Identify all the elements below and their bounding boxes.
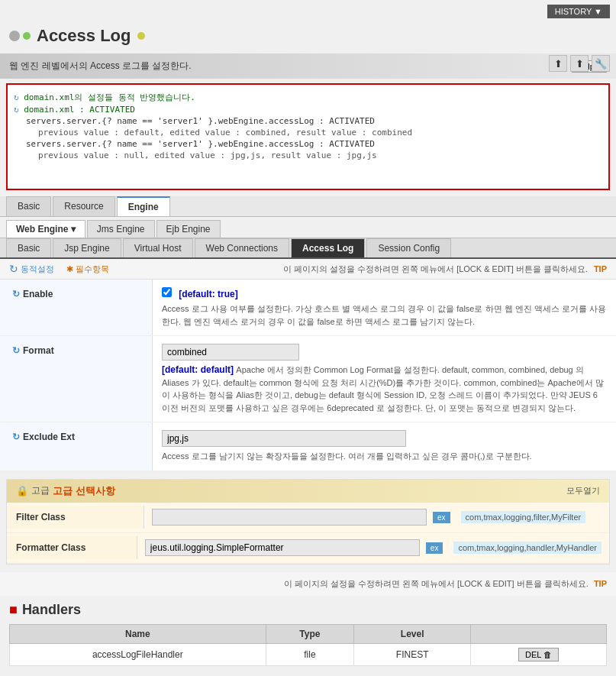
page-tab-webconn[interactable]: Web Connections	[195, 238, 290, 257]
header-dot-green	[23, 32, 31, 40]
formatter-class-input[interactable]	[145, 539, 420, 556]
format-dynamic-icon: ↻	[12, 345, 20, 356]
page-tab-basic[interactable]: Basic	[6, 238, 51, 257]
history-button[interactable]: HISTORY ▼	[547, 5, 610, 18]
page-tab-jsp[interactable]: Jsp Engine	[53, 238, 121, 257]
table-row: accessLogFileHandler file FINEST DEL 🗑	[10, 643, 607, 665]
row-name: accessLogFileHandler	[10, 643, 266, 665]
enable-checkbox[interactable]	[162, 287, 172, 297]
engine-tab-web[interactable]: Web Engine ▾	[6, 220, 85, 238]
toolbar-icon-2[interactable]: ⬆	[570, 55, 589, 72]
header-dot-yellow	[137, 32, 145, 40]
page-title: Access Log	[37, 26, 131, 46]
toolbar-icon-3[interactable]: 🔧	[592, 55, 610, 72]
bottom-tip-text: 이 페이지의 설정을 수정하려면 왼쪽 메뉴에서 [LOCK & EDIT] 버…	[284, 579, 589, 588]
excludeext-input[interactable]	[162, 430, 406, 447]
formatter-class-label: Formatter Class	[16, 542, 85, 553]
enable-description: Access 로그 사용 여부를 설정한다. 가상 호스트 별 액세스 로그의 …	[162, 302, 607, 328]
log-line-1: ↻ domain.xml의 설정들 동적 반영했습니다.	[14, 91, 602, 104]
enable-default: [default: true]	[179, 289, 237, 299]
row-type: file	[266, 643, 354, 665]
col-type: Type	[266, 624, 354, 643]
col-action	[471, 624, 607, 643]
toolbar-icon-1[interactable]: ⬆	[549, 55, 567, 72]
format-input[interactable]	[162, 344, 299, 361]
filter-class-input[interactable]	[152, 509, 427, 526]
enable-label: Enable	[23, 289, 53, 299]
enable-dynamic-icon: ↻	[12, 289, 20, 299]
dynamic-setting-label: ↻ 동적설정	[9, 263, 54, 275]
row-level: FINEST	[354, 643, 471, 665]
excludeext-dynamic-icon: ↻	[12, 432, 20, 442]
formatter-class-example-btn[interactable]: ex	[426, 542, 443, 554]
col-level: Level	[354, 624, 471, 643]
log-line-5: servers.server.{? name == 'server1' }.we…	[14, 138, 602, 150]
col-name: Name	[10, 624, 266, 643]
page-tab-session[interactable]: Session Config	[366, 238, 451, 257]
filter-class-label: Filter Class	[16, 512, 66, 522]
advanced-title-label: 고급 선택사항	[53, 484, 115, 498]
engine-tab-ejb[interactable]: Ejb Engine	[156, 220, 221, 238]
advanced-lock-icon: 🔒	[16, 485, 28, 496]
header-dot-gray	[9, 31, 20, 41]
handlers-title: Handlers	[22, 602, 81, 618]
handlers-icon: ■	[9, 602, 18, 618]
excludeext-label: Exclude Ext	[23, 432, 75, 442]
log-line-3: servers.server.{? name == 'server1' }.we…	[14, 115, 602, 127]
log-line-4: previous value : default, edited value :…	[14, 127, 602, 138]
page-tab-vhost[interactable]: Virtual Host	[123, 238, 193, 257]
expand-all-button[interactable]: 모두열기	[566, 485, 600, 496]
bottom-tip-label: TIP	[594, 579, 607, 588]
log-line-2: ↻ domain.xml : ACTIVATED	[14, 104, 602, 115]
page-tab-accesslog[interactable]: Access Log	[291, 238, 365, 257]
filter-class-example-value: com,tmax,logging,filter,MyFilter	[461, 511, 586, 523]
format-label: Format	[23, 345, 54, 356]
engine-tab-jms[interactable]: Jms Engine	[87, 220, 155, 238]
tab-basic[interactable]: Basic	[6, 196, 51, 216]
del-button[interactable]: DEL 🗑	[518, 648, 559, 661]
filter-class-example-btn[interactable]: ex	[433, 512, 450, 523]
page-description: 웹 엔진 레벨에서의 Access 로그를 설정한다.	[9, 60, 192, 73]
formatter-class-example-value: com,tmax,logging,handler,MyHandler	[453, 542, 601, 554]
required-label: ✱ 필수항목	[66, 264, 109, 275]
log-line-6: previous value : null, edited value : jp…	[14, 150, 602, 161]
tab-engine[interactable]: Engine	[117, 196, 170, 216]
advanced-label-text: 고급	[31, 484, 50, 497]
format-default: [default: default]	[162, 364, 234, 375]
excludeext-description: Access 로그를 남기지 않는 확장자들을 설정한다. 여러 개를 입력하고…	[162, 450, 607, 463]
tab-resource[interactable]: Resource	[53, 196, 114, 216]
settings-tip: 이 페이지의 설정을 수정하려면 왼쪽 메뉴에서 [LOCK & EDIT] 버…	[283, 264, 607, 275]
